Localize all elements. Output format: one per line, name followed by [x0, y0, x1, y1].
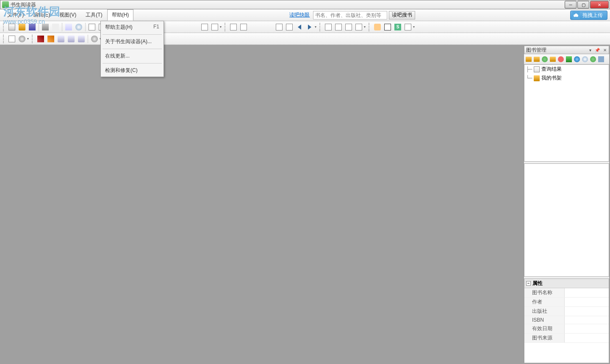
- menu-view[interactable]: 视图(V): [55, 9, 81, 21]
- layout1-button[interactable]: [324, 22, 333, 32]
- prev-button[interactable]: [295, 22, 304, 32]
- nav1-button[interactable]: [274, 22, 284, 32]
- search-input[interactable]: [313, 11, 387, 19]
- nav2-button[interactable]: [285, 22, 294, 32]
- page-icon: [201, 24, 208, 30]
- help-topics-item[interactable]: 帮助主题(H) F1: [101, 21, 164, 33]
- link-duba[interactable]: 读吧快眼: [289, 11, 310, 19]
- panel-pin-button[interactable]: 📌: [593, 48, 601, 52]
- tool-button[interactable]: [403, 22, 413, 32]
- props-header[interactable]: − 属性: [524, 279, 609, 288]
- tree-item-shelf[interactable]: └─ 我的书架: [524, 74, 609, 83]
- panel-menu-button[interactable]: ▾: [588, 48, 593, 52]
- add-button[interactable]: [549, 55, 557, 63]
- menu-tools[interactable]: 工具(T): [81, 9, 107, 21]
- find-button[interactable]: [74, 22, 83, 32]
- prop-value[interactable]: [565, 324, 609, 333]
- menu-edit[interactable]: 编辑(E): [28, 9, 55, 21]
- arrow-left-icon: [298, 25, 301, 30]
- search-button[interactable]: 读吧搜书: [389, 11, 415, 19]
- maximize-button[interactable]: ▢: [577, 1, 589, 8]
- globe-icon: [574, 56, 580, 62]
- about-item[interactable]: 关于书生阅读器(A)...: [101, 36, 164, 48]
- cut-button[interactable]: [51, 22, 60, 32]
- upload-button[interactable]: 拖拽上传: [570, 11, 607, 20]
- prop-value[interactable]: [565, 334, 609, 342]
- toolbar-grip[interactable]: [32, 35, 34, 43]
- s-button[interactable]: S: [393, 22, 402, 32]
- prop-label: 有效日期: [524, 324, 565, 333]
- hand-button[interactable]: [373, 22, 382, 32]
- download-button[interactable]: [565, 55, 573, 63]
- brush-button[interactable]: [46, 34, 55, 44]
- nav-icon: [286, 24, 293, 30]
- dropdown-arrow-icon[interactable]: ▾: [413, 25, 416, 29]
- view2-button[interactable]: [210, 22, 219, 32]
- tool-icon: [405, 24, 411, 30]
- globe-button[interactable]: [573, 55, 581, 63]
- gear-button[interactable]: [17, 34, 27, 44]
- menu-file[interactable]: 文件(F): [3, 9, 28, 21]
- shape-button[interactable]: [77, 34, 86, 44]
- sync-button[interactable]: [589, 55, 597, 63]
- next-button[interactable]: [305, 22, 314, 32]
- tree-item-results[interactable]: ├─ 查询结果: [524, 65, 609, 74]
- collapse-icon[interactable]: −: [526, 281, 531, 286]
- more-button[interactable]: [597, 55, 605, 63]
- copy-button[interactable]: [64, 22, 73, 32]
- menu-item-label: 关于书生阅读器(A)...: [105, 38, 152, 45]
- close-button[interactable]: ✕: [590, 1, 609, 8]
- layout3-button[interactable]: [344, 22, 353, 32]
- toolbar-grip[interactable]: [319, 23, 322, 31]
- gear-icon: [91, 36, 98, 42]
- copy-icon: [65, 24, 72, 30]
- prop-label: 图书来源: [524, 334, 565, 342]
- pointer-button[interactable]: [383, 22, 392, 32]
- folder-open-button[interactable]: [525, 55, 532, 63]
- refresh-button[interactable]: [541, 55, 549, 63]
- last-page-button[interactable]: [239, 22, 248, 32]
- zoom-button[interactable]: [581, 55, 589, 63]
- panel-close-button[interactable]: ✕: [602, 48, 608, 52]
- first-page-button[interactable]: [229, 22, 238, 32]
- menu-help[interactable]: 帮助(H): [107, 9, 134, 21]
- note-button[interactable]: [7, 34, 17, 44]
- prop-value[interactable]: [565, 288, 609, 297]
- dropdown-arrow-icon[interactable]: ▾: [315, 25, 318, 29]
- toolbar-grip[interactable]: [3, 23, 6, 31]
- prop-value[interactable]: [565, 298, 609, 306]
- dropdown-arrow-icon[interactable]: ▾: [220, 25, 223, 29]
- open-button[interactable]: [17, 22, 27, 32]
- s-icon: S: [394, 24, 401, 30]
- toolbar-grip[interactable]: [369, 23, 371, 31]
- prop-value[interactable]: [565, 316, 609, 324]
- new-button[interactable]: [7, 22, 17, 32]
- view1-button[interactable]: [200, 22, 209, 32]
- prop-value[interactable]: [565, 307, 609, 316]
- tree-label: 查询结果: [541, 66, 562, 73]
- repair-item[interactable]: 检测和修复(C): [101, 64, 164, 77]
- find-icon: [75, 24, 82, 30]
- highlight-button[interactable]: [67, 34, 76, 44]
- gear-icon: [19, 36, 25, 42]
- update-item[interactable]: 在线更新...: [101, 50, 164, 62]
- layout4-button[interactable]: [354, 22, 363, 32]
- save-button[interactable]: [28, 22, 37, 32]
- layout2-button[interactable]: [334, 22, 343, 32]
- toolbar-grip[interactable]: [225, 23, 227, 31]
- print-button[interactable]: [41, 22, 50, 32]
- minimize-button[interactable]: ─: [565, 1, 577, 8]
- delete-button[interactable]: [557, 55, 565, 63]
- toolbar-grip[interactable]: [3, 35, 6, 43]
- pen-button[interactable]: [36, 34, 45, 44]
- folder-button[interactable]: [533, 55, 541, 63]
- page1-button[interactable]: [87, 22, 97, 32]
- menu-item-label: 帮助主题(H): [105, 24, 133, 31]
- dropdown-arrow-icon[interactable]: ▾: [27, 37, 30, 41]
- panel-toolbar: [524, 54, 609, 64]
- dropdown-arrow-icon[interactable]: ▾: [364, 25, 367, 29]
- open-icon: [19, 24, 25, 30]
- erase-button[interactable]: [56, 34, 66, 44]
- document-canvas: [1, 46, 524, 363]
- settings-button[interactable]: [90, 34, 99, 44]
